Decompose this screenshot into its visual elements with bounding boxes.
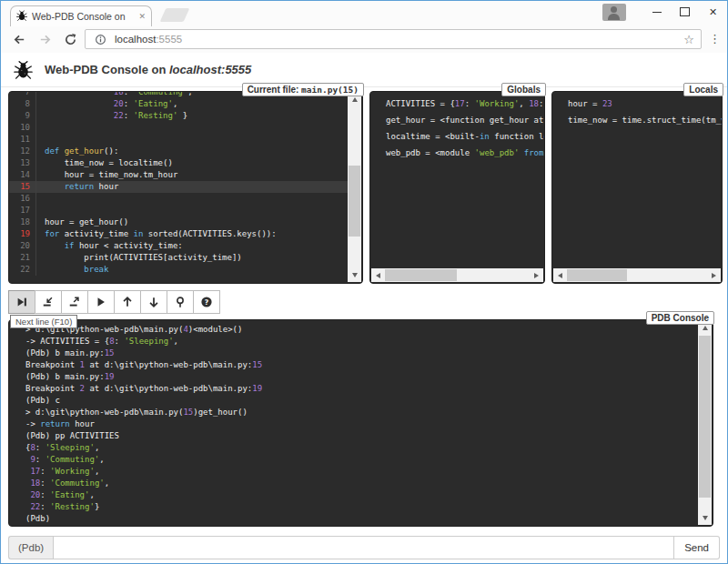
forward-arrow-icon[interactable] bbox=[35, 30, 54, 48]
code-editor[interactable]: 7 18: 'Commuting',8 20: 'Eating',9 22: '… bbox=[9, 91, 348, 276]
breakpoint-line-number[interactable]: 19 bbox=[9, 228, 36, 240]
info-icon[interactable] bbox=[91, 30, 109, 48]
continue-button[interactable] bbox=[87, 290, 115, 314]
code-line: 17 bbox=[9, 205, 348, 217]
browser-tab[interactable]: Web-PDB Console on loc ✕ bbox=[10, 5, 152, 26]
editor-scrollbar[interactable] bbox=[348, 93, 361, 282]
globals-label: Globals bbox=[501, 83, 546, 96]
address-bar: localhost:5555 ☆ ⋮ bbox=[1, 26, 727, 54]
line-number[interactable]: 13 bbox=[9, 157, 36, 169]
line-number[interactable]: 21 bbox=[9, 252, 36, 264]
line-number[interactable]: 16 bbox=[9, 193, 36, 205]
next-line-button[interactable] bbox=[8, 290, 35, 314]
breakpoint-line-number[interactable]: 15 bbox=[9, 181, 36, 193]
maximize-icon[interactable] bbox=[671, 1, 699, 23]
scroll-left-icon[interactable] bbox=[371, 268, 385, 282]
console-output: > d:\git\python-web-pdb\main.py(4)<modul… bbox=[9, 320, 698, 527]
step-into-button[interactable] bbox=[35, 290, 62, 314]
scroll-right-icon[interactable] bbox=[707, 268, 721, 282]
console-scrollbar[interactable] bbox=[698, 321, 712, 525]
app-header: Web-PDB Console on localhost:5555 bbox=[1, 53, 727, 87]
bookmark-star-icon[interactable]: ☆ bbox=[683, 34, 694, 45]
menu-dots-icon[interactable]: ⋮ bbox=[709, 32, 721, 45]
code-line: hour = 23 bbox=[560, 96, 714, 112]
where-button[interactable] bbox=[167, 290, 194, 314]
scroll-down-icon[interactable] bbox=[698, 511, 712, 525]
line-number[interactable]: 8 bbox=[9, 98, 36, 110]
code-line: (Pdb) bbox=[17, 513, 690, 525]
code-line: 18hour = get_hour() bbox=[9, 217, 348, 228]
scroll-left-icon[interactable] bbox=[553, 268, 567, 282]
stack-up-button[interactable] bbox=[114, 290, 141, 314]
code-line: web_pdb = <module 'web_pdb' from ' bbox=[378, 145, 537, 161]
current-file-panel: Current file: main.py(15) 7 18: 'Commuti… bbox=[8, 91, 363, 284]
line-number[interactable]: 7 bbox=[9, 91, 36, 98]
locals-scrollbar[interactable] bbox=[553, 268, 721, 282]
line-number[interactable]: 9 bbox=[9, 110, 36, 122]
step-out-button[interactable] bbox=[61, 290, 88, 314]
command-input-group: (Pdb) Send bbox=[8, 536, 720, 559]
debug-toolbar: ? bbox=[8, 290, 220, 314]
code-line: 15 return hour bbox=[9, 181, 348, 193]
line-number[interactable]: 12 bbox=[9, 146, 36, 157]
code-line: 8 20: 'Eating', bbox=[9, 98, 348, 110]
line-number[interactable]: 20 bbox=[9, 240, 36, 252]
new-tab-button[interactable] bbox=[160, 8, 190, 22]
page-title: Web-PDB Console on localhost:5555 bbox=[45, 63, 251, 76]
code-line: localtime = <built-in function loc bbox=[378, 128, 537, 145]
code-line: 17: 'Working', bbox=[17, 466, 690, 478]
locals-panel: Locals hour = 23time_now = time.struct_t… bbox=[551, 91, 723, 284]
refresh-icon[interactable] bbox=[61, 30, 79, 48]
code-line: (Pdb) b main.py:19 bbox=[17, 371, 690, 383]
pdb-prompt-addon: (Pdb) bbox=[8, 536, 53, 559]
code-line: 20: 'Eating', bbox=[17, 489, 690, 501]
scroll-thumb[interactable] bbox=[699, 336, 711, 498]
line-number[interactable]: 14 bbox=[9, 169, 36, 181]
command-input[interactable] bbox=[53, 536, 674, 559]
line-number[interactable]: 18 bbox=[9, 217, 36, 228]
pdb-console-label: PDB Console bbox=[646, 311, 714, 325]
profile-icon[interactable] bbox=[602, 4, 626, 21]
scroll-thumb[interactable] bbox=[567, 269, 627, 281]
code-line: > d:\git\python-web-pdb\main.py(15)get_h… bbox=[17, 407, 690, 418]
code-line: -> ACTIVITIES = {8: 'Sleeping', bbox=[17, 336, 690, 347]
scroll-thumb[interactable] bbox=[385, 269, 457, 281]
page-content: Web-PDB Console on localhost:5555 Curren… bbox=[1, 53, 727, 563]
code-line: 22 break bbox=[9, 264, 348, 276]
url-field[interactable]: localhost:5555 ☆ bbox=[85, 29, 702, 49]
code-line: (Pdb) b main.py:15 bbox=[17, 347, 690, 359]
code-line: time_now = time.struct_time(tm_yea bbox=[560, 112, 714, 128]
pdb-console-panel: PDB Console > d:\git\python-web-pdb\main… bbox=[8, 319, 713, 527]
globals-panel: Globals ACTIVITIES = {17: 'Working', 18:… bbox=[369, 91, 545, 284]
scroll-right-icon[interactable] bbox=[530, 268, 543, 282]
line-number[interactable]: 10 bbox=[9, 122, 36, 134]
bug-logo-icon bbox=[14, 60, 33, 79]
scroll-thumb[interactable] bbox=[349, 166, 360, 237]
help-button[interactable]: ? bbox=[193, 290, 220, 314]
code-line: Breakpoint 1 at d:\git\python-web-pdb\ma… bbox=[17, 359, 690, 371]
code-line: 20 if hour < activity_time: bbox=[9, 240, 348, 252]
line-number[interactable]: 11 bbox=[9, 134, 36, 146]
url-text: localhost:5555 bbox=[115, 34, 182, 45]
code-line: 18: 'Commuting', bbox=[17, 478, 690, 489]
tab-close-icon[interactable]: ✕ bbox=[138, 13, 146, 21]
code-line: 21 print(ACTIVITIES[activity_time]) bbox=[9, 252, 348, 264]
code-line: 14 hour = time_now.tm_hour bbox=[9, 169, 348, 181]
close-icon[interactable]: ✕ bbox=[699, 1, 727, 23]
minimize-icon[interactable] bbox=[642, 1, 671, 23]
line-number[interactable]: 17 bbox=[9, 205, 36, 217]
tooltip: Next line (F10) bbox=[10, 315, 77, 328]
svg-text:?: ? bbox=[205, 298, 209, 307]
send-button[interactable]: Send bbox=[674, 536, 720, 559]
scroll-down-icon[interactable] bbox=[348, 268, 361, 282]
code-line: -> return hour bbox=[17, 418, 690, 430]
code-line: > d:\git\python-web-pdb\main.py(4)<modul… bbox=[17, 324, 690, 336]
code-line: (Pdb) c bbox=[17, 395, 690, 407]
code-line: 10 bbox=[9, 122, 348, 134]
back-arrow-icon[interactable] bbox=[10, 30, 28, 48]
bug-favicon-icon bbox=[16, 8, 27, 25]
globals-scrollbar[interactable] bbox=[371, 268, 543, 282]
code-line: 9 22: 'Resting' } bbox=[9, 110, 348, 122]
stack-down-button[interactable] bbox=[140, 290, 167, 314]
line-number[interactable]: 22 bbox=[9, 264, 36, 276]
